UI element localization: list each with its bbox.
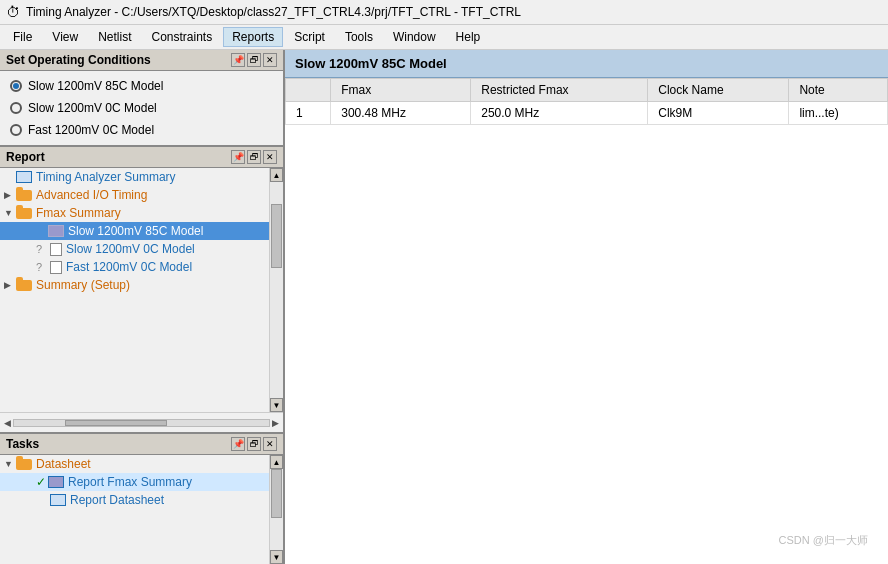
radio-slow-85c[interactable]: Slow 1200mV 85C Model <box>10 79 273 93</box>
tree-label-report-fmax: Report Fmax Summary <box>68 475 192 489</box>
op-conditions-content: Slow 1200mV 85C Model Slow 1200mV 0C Mod… <box>0 71 283 145</box>
report-content: Timing Analyzer Summary ▶ Advanced I/O T… <box>0 168 269 412</box>
menu-item-file[interactable]: File <box>4 27 41 47</box>
restore-icon[interactable]: 🗗 <box>247 53 261 67</box>
right-panel-header: Slow 1200mV 85C Model <box>285 50 888 78</box>
tasks-vscroll-down[interactable]: ▼ <box>270 550 283 564</box>
col-clock-name: Clock Name <box>648 79 789 102</box>
selected-report-icon <box>48 225 64 237</box>
tree-item-datasheet[interactable]: ▼ Datasheet <box>0 455 269 473</box>
tree-item-timing-summary[interactable]: Timing Analyzer Summary <box>0 168 269 186</box>
cell-fmax: 300.48 MHz <box>331 102 471 125</box>
vscroll-up[interactable]: ▲ <box>270 168 283 182</box>
folder-closed-icon-advanced <box>16 190 32 201</box>
hscroll-right[interactable]: ▶ <box>272 418 279 428</box>
tree-arrow-advanced: ▶ <box>4 190 16 200</box>
tasks-vscroll-thumb[interactable] <box>271 469 282 518</box>
tree-item-slow-0c-model[interactable]: ? Slow 1200mV 0C Model <box>0 240 269 258</box>
op-conditions-panel: Set Operating Conditions 📌 🗗 ✕ Slow 1200… <box>0 50 283 147</box>
tasks-vscroll-up[interactable]: ▲ <box>270 455 283 469</box>
cell-note: lim...te) <box>789 102 888 125</box>
report-pin-icon[interactable]: 📌 <box>231 150 245 164</box>
fmax-table: Fmax Restricted Fmax Clock Name Note 1 3… <box>285 78 888 125</box>
col-note: Note <box>789 79 888 102</box>
tree-label-fast-0c-model: Fast 1200mV 0C Model <box>66 260 192 274</box>
tree-arrow-summary: ▶ <box>4 280 16 290</box>
report-panel: Report 📌 🗗 ✕ Timing Analyzer Summary <box>0 147 283 434</box>
tasks-content: ▼ Datasheet ✓ Report Fmax Summary <box>0 455 269 564</box>
report-restore-icon[interactable]: 🗗 <box>247 150 261 164</box>
table-row: 1 300.48 MHz 250.0 MHz Clk9M lim...te) <box>286 102 888 125</box>
tree-label-slow-85c-model: Slow 1200mV 85C Model <box>68 224 203 238</box>
tree-label-datasheet: Datasheet <box>36 457 91 471</box>
hscroll-track <box>13 419 270 427</box>
radio-label-slow-85c: Slow 1200mV 85C Model <box>28 79 163 93</box>
left-panel: Set Operating Conditions 📌 🗗 ✕ Slow 1200… <box>0 50 285 564</box>
vscroll-track <box>270 182 283 398</box>
tasks-panel: Tasks 📌 🗗 ✕ ▼ Datasheet <box>0 434 283 564</box>
cell-clock-name: Clk9M <box>648 102 789 125</box>
tasks-vscroll-track <box>270 469 283 550</box>
tasks-header: Tasks 📌 🗗 ✕ <box>0 434 283 455</box>
table-header-row: Fmax Restricted Fmax Clock Name Note <box>286 79 888 102</box>
vscroll-thumb[interactable] <box>271 204 282 269</box>
doc-icon-slow-0c <box>50 243 62 256</box>
pin-icon[interactable]: 📌 <box>231 53 245 67</box>
right-panel-empty: CSDN @归一大师 <box>285 125 888 564</box>
tree-arrow-datasheet: ▼ <box>4 459 16 469</box>
checkmark-icon: ✓ <box>36 475 46 489</box>
tree-item-report-datasheet[interactable]: Report Datasheet <box>0 491 269 509</box>
tasks-restore-icon[interactable]: 🗗 <box>247 437 261 451</box>
radio-fast-0c[interactable]: Fast 1200mV 0C Model <box>10 123 273 137</box>
app-icon: ⏱ <box>6 4 20 20</box>
menu-item-view[interactable]: View <box>43 27 87 47</box>
menu-item-script[interactable]: Script <box>285 27 334 47</box>
tree-label-timing-summary: Timing Analyzer Summary <box>36 170 176 184</box>
folder-closed-icon-summary <box>16 280 32 291</box>
radio-label-slow-0c: Slow 1200mV 0C Model <box>28 101 157 115</box>
tree-label-report-datasheet: Report Datasheet <box>70 493 164 507</box>
menu-item-netlist[interactable]: Netlist <box>89 27 140 47</box>
tasks-close-icon[interactable]: ✕ <box>263 437 277 451</box>
report-vscroll: ▲ ▼ <box>269 168 283 412</box>
main-layout: Set Operating Conditions 📌 🗗 ✕ Slow 1200… <box>0 50 888 564</box>
menu-item-constraints[interactable]: Constraints <box>142 27 221 47</box>
tree-label-fmax-summary: Fmax Summary <box>36 206 121 220</box>
tasks-title: Tasks <box>6 437 39 451</box>
menu-item-help[interactable]: Help <box>447 27 490 47</box>
tree-item-slow-85c-model[interactable]: Slow 1200mV 85C Model <box>0 222 269 240</box>
radio-slow-0c[interactable]: Slow 1200mV 0C Model <box>10 101 273 115</box>
report-title: Report <box>6 150 45 164</box>
tree-label-slow-0c-model: Slow 1200mV 0C Model <box>66 242 195 256</box>
tree-item-fmax-summary[interactable]: ▼ Fmax Summary <box>0 204 269 222</box>
hscroll-left[interactable]: ◀ <box>4 418 11 428</box>
tree-item-report-fmax[interactable]: ✓ Report Fmax Summary <box>0 473 269 491</box>
grid-file-icon <box>16 171 32 183</box>
menu-item-window[interactable]: Window <box>384 27 445 47</box>
title-text: Timing Analyzer - C:/Users/XTQ/Desktop/c… <box>26 5 521 19</box>
radio-circle-slow-0c <box>10 102 22 114</box>
tree-item-summary-setup[interactable]: ▶ Summary (Setup) <box>0 276 269 294</box>
report-close-icon[interactable]: ✕ <box>263 150 277 164</box>
question-mark-slow-0c: ? <box>36 243 48 255</box>
menu-item-reports[interactable]: Reports <box>223 27 283 47</box>
col-fmax: Fmax <box>331 79 471 102</box>
doc-icon-fast-0c <box>50 261 62 274</box>
title-bar: ⏱ Timing Analyzer - C:/Users/XTQ/Desktop… <box>0 0 888 25</box>
tree-label-summary-setup: Summary (Setup) <box>36 278 130 292</box>
folder-open-icon-datasheet <box>16 459 32 470</box>
hscroll-thumb[interactable] <box>65 420 167 426</box>
col-restricted-fmax: Restricted Fmax <box>471 79 648 102</box>
radio-label-fast-0c: Fast 1200mV 0C Model <box>28 123 154 137</box>
tree-item-fast-0c-model[interactable]: ? Fast 1200mV 0C Model <box>0 258 269 276</box>
tree-item-advanced-io[interactable]: ▶ Advanced I/O Timing <box>0 186 269 204</box>
menu-item-tools[interactable]: Tools <box>336 27 382 47</box>
vscroll-down[interactable]: ▼ <box>270 398 283 412</box>
tasks-pin-icon[interactable]: 📌 <box>231 437 245 451</box>
question-mark-fast-0c: ? <box>36 261 48 273</box>
report-header: Report 📌 🗗 ✕ <box>0 147 283 168</box>
table-container: Fmax Restricted Fmax Clock Name Note 1 3… <box>285 78 888 125</box>
tree-label-advanced-io: Advanced I/O Timing <box>36 188 147 202</box>
right-panel: Slow 1200mV 85C Model Fmax Restricted Fm… <box>285 50 888 564</box>
close-icon[interactable]: ✕ <box>263 53 277 67</box>
